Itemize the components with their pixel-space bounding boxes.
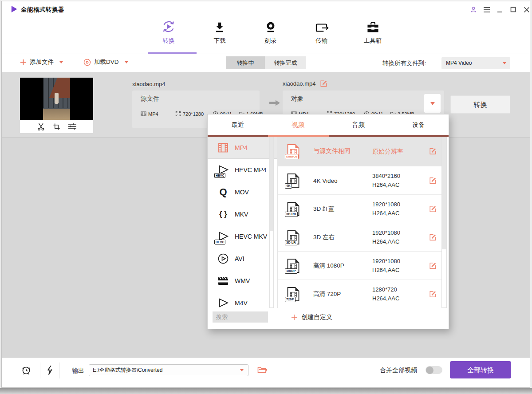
- format-list-scroll-thumb[interactable]: [270, 137, 273, 231]
- crop-icon[interactable]: [53, 123, 60, 130]
- source-format: MP4: [141, 111, 158, 117]
- chevron-down-icon: [59, 61, 63, 63]
- play-outline-icon: [216, 298, 231, 308]
- add-files-button[interactable]: 添加文件: [20, 58, 63, 66]
- window-bottom-edge: [0, 388, 532, 394]
- load-dvd-button[interactable]: 加载DVD: [83, 58, 128, 66]
- edit-preset-icon[interactable]: [429, 290, 437, 298]
- thumbnail-art: [43, 78, 70, 120]
- tab-finished[interactable]: 转换完成: [265, 56, 306, 69]
- queue-filter: 转换中 转换完成: [226, 56, 306, 69]
- close-icon[interactable]: [523, 6, 530, 13]
- output-label: 输出: [72, 367, 84, 375]
- convert-button[interactable]: 转换: [450, 95, 510, 114]
- preset-same-as-source[interactable]: source 与源文件相同 原始分辨率: [278, 137, 441, 166]
- tab-transfer[interactable]: 传输: [299, 20, 344, 50]
- preset-hd-1080p[interactable]: 1080P 高清 1080P 1920*1080H264,AAC: [278, 251, 441, 280]
- format-item-mov[interactable]: Q MOV: [208, 181, 277, 203]
- tab-converting[interactable]: 转换中: [226, 56, 265, 69]
- edit-preset-icon[interactable]: [429, 177, 437, 184]
- menu-icon[interactable]: [483, 6, 490, 13]
- tab-burn[interactable]: 刻录: [248, 20, 293, 50]
- preset-4k-video[interactable]: 4K 4K Video 3840*2160H264,AAC: [278, 166, 441, 194]
- film-icon: [141, 111, 146, 117]
- video-document-icon: 1080P: [287, 258, 300, 273]
- source-filename: xiaodao.mp4: [132, 81, 165, 87]
- open-folder-icon[interactable]: [257, 366, 267, 374]
- format-list: MP4 HEVC HEVC MP4 Q MOV { } MKV HEVC HEV…: [208, 137, 278, 308]
- preset-hd-720p[interactable]: 720P 高清 720P 1280*720H264,AAC: [278, 280, 441, 308]
- thumbnail-art-deck: [43, 109, 70, 120]
- toolbox-icon: [366, 20, 380, 34]
- format-item-mkv[interactable]: { } MKV: [208, 203, 277, 225]
- tab-burn-label: 刻录: [265, 37, 277, 45]
- performance-lightning-icon[interactable]: [46, 365, 53, 375]
- preset-list-scroll-thumb[interactable]: [442, 137, 446, 249]
- schedule-clock-icon[interactable]: [21, 365, 31, 375]
- mp4-filmstrip-icon: [216, 142, 231, 153]
- source-document-icon: source: [287, 144, 300, 159]
- source-resolution: 720*1280: [175, 111, 204, 117]
- tab-toolbox-label: 工具箱: [364, 37, 382, 45]
- thumbnail-frame: [20, 78, 93, 120]
- popup-tab-video[interactable]: 视频: [268, 114, 328, 135]
- format-search-input[interactable]: [213, 311, 268, 323]
- tab-convert[interactable]: 转换: [146, 20, 191, 50]
- trim-scissors-icon[interactable]: [37, 122, 45, 131]
- quicktime-q-icon: Q: [216, 187, 231, 197]
- output-path-select[interactable]: E:\全能格式转换器\Converted: [89, 364, 248, 376]
- maximize-icon[interactable]: [509, 6, 517, 13]
- format-item-avi[interactable]: AVI: [208, 248, 277, 270]
- plus-icon: [20, 59, 27, 66]
- burn-disc-icon: [264, 20, 277, 34]
- format-picker-tabs: 最近 视频 音频 设备: [208, 114, 449, 135]
- popup-tab-audio[interactable]: 音频: [328, 114, 389, 135]
- format-item-wmv[interactable]: WMV: [208, 270, 277, 292]
- create-custom-label: 创建自定义: [301, 313, 332, 321]
- format-item-m4v[interactable]: M4V: [208, 292, 277, 308]
- popup-tab-device[interactable]: 设备: [388, 114, 449, 135]
- edit-preset-icon[interactable]: [429, 205, 437, 213]
- chevron-down-icon: [430, 102, 435, 105]
- chevron-down-icon: [240, 369, 244, 371]
- plus-icon: [291, 314, 297, 320]
- format-item-mp4[interactable]: MP4: [208, 137, 277, 159]
- popup-tab-recent[interactable]: 最近: [208, 114, 268, 135]
- convert-all-button[interactable]: 全部转换: [450, 361, 511, 378]
- edit-preset-icon[interactable]: [429, 262, 437, 269]
- preset-3d-red-blue[interactable]: 3D RB 3D 红蓝 1920*1080H264,AAC: [278, 194, 441, 223]
- divider: [59, 362, 60, 378]
- global-format-value: MP4 Video: [446, 60, 472, 66]
- format-item-hevc-mp4[interactable]: HEVC HEVC MP4: [208, 159, 277, 181]
- preset-list-scrollbar[interactable]: [441, 137, 447, 308]
- resolution-icon: [175, 111, 181, 117]
- account-icon[interactable]: [469, 6, 477, 13]
- video-document-icon: 4K: [287, 173, 300, 188]
- target-format-dropdown-button[interactable]: [424, 94, 441, 113]
- global-format-select[interactable]: MP4 Video: [441, 57, 510, 69]
- main-nav: 转换 下载 刻录 传输 工具箱: [146, 20, 395, 50]
- format-list-scrollbar[interactable]: [269, 137, 274, 308]
- video-document-icon: 3D LR: [287, 230, 300, 245]
- rename-edit-icon[interactable]: [320, 80, 327, 87]
- chevron-down-icon: [503, 62, 506, 64]
- minimize-icon[interactable]: [496, 6, 504, 13]
- hevc-play-icon: HEVC: [216, 232, 231, 241]
- merge-videos-toggle[interactable]: [426, 366, 442, 374]
- create-custom-button[interactable]: 创建自定义: [291, 311, 332, 323]
- edit-preset-icon[interactable]: [429, 233, 437, 241]
- source-panel-title: 源文件: [141, 95, 159, 103]
- effects-sliders-icon[interactable]: [68, 123, 77, 130]
- bottom-bar: 输出 E:\全能格式转换器\Converted 合并全部视频 全部转换: [2, 358, 530, 382]
- edit-preset-icon[interactable]: [429, 148, 437, 155]
- video-document-icon: 720P: [287, 287, 300, 302]
- tab-toolbox[interactable]: 工具箱: [351, 20, 395, 50]
- format-item-hevc-mkv[interactable]: HEVC HEVC MKV: [208, 225, 277, 248]
- preset-3d-left-right[interactable]: 3D LR 3D 左右 1920*1080H264,AAC: [278, 223, 441, 251]
- transfer-icon: [315, 20, 329, 34]
- hevc-play-icon: HEVC: [216, 165, 231, 175]
- clapperboard-icon: [216, 276, 231, 286]
- tab-download[interactable]: 下载: [197, 20, 242, 50]
- toggle-knob: [426, 366, 433, 374]
- download-icon: [213, 20, 226, 34]
